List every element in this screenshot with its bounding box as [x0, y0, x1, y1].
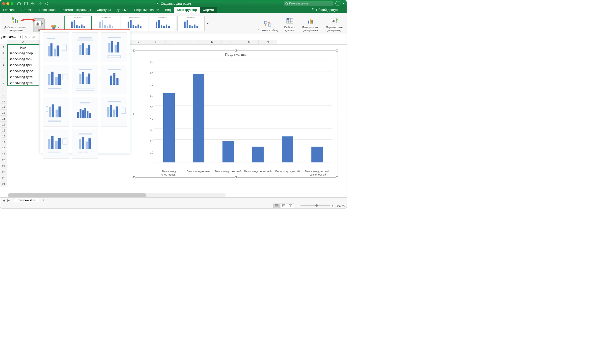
name-box[interactable]: Диаграм… ▲▼ — [0, 35, 23, 39]
row-23[interactable]: 23 — [0, 175, 7, 181]
col-J[interactable]: J — [184, 40, 203, 44]
zoom-out-icon[interactable]: − — [298, 204, 299, 207]
add-sheet-icon[interactable]: ＋ — [41, 198, 47, 202]
page-layout-view-icon[interactable] — [280, 204, 287, 208]
chart-style-1[interactable]: Продано, шт. — [64, 16, 92, 31]
sheet-nav-prev-icon[interactable]: ◀ — [2, 199, 6, 202]
cell-A4[interactable]: Велосипед трек — [7, 62, 39, 68]
layout-option-5[interactable] — [72, 65, 98, 94]
row-22[interactable]: 22 — [0, 169, 7, 175]
tab-formulas[interactable]: Формулы — [94, 7, 114, 13]
row-3[interactable]: 3 — [0, 56, 7, 62]
bar[interactable] — [252, 147, 264, 162]
scrollbar-thumb[interactable] — [8, 193, 146, 197]
add-chart-element-button[interactable]: + Добавить элемент диаграммы — [3, 16, 28, 32]
gallery-more-icon[interactable]: ▸ — [206, 22, 210, 25]
row-16[interactable]: 16 — [0, 133, 7, 139]
resize-handle[interactable] — [133, 50, 135, 52]
row-15[interactable]: 15 — [0, 128, 7, 133]
bar[interactable] — [193, 74, 204, 162]
tab-data[interactable]: Данные — [114, 7, 131, 13]
resize-handle[interactable] — [336, 113, 338, 115]
col-I[interactable]: I — [166, 40, 184, 44]
chart-title[interactable]: Продано, шт. — [134, 51, 337, 57]
resize-handle[interactable] — [133, 113, 135, 115]
layout-option-1[interactable] — [43, 32, 69, 62]
zoom-thumb[interactable] — [315, 204, 318, 207]
zoom-value[interactable]: 100 % — [337, 204, 345, 207]
row-5[interactable]: 5 — [0, 68, 7, 74]
tab-chart-design[interactable]: Конструктор — [174, 7, 200, 13]
layout-option-11[interactable] — [72, 129, 98, 159]
fx-icon[interactable]: fx — [32, 35, 35, 39]
embedded-chart[interactable]: Продано, шт. 0102030405060708090 Велосип… — [134, 50, 337, 178]
cell-A5[interactable]: Велосипед доро — [7, 68, 39, 74]
layout-option-7[interactable] — [43, 97, 69, 127]
cell-A6[interactable]: Велосипед детс — [7, 74, 39, 80]
close-window-icon[interactable] — [2, 2, 5, 5]
bar[interactable] — [163, 93, 175, 162]
layout-option-2[interactable] — [72, 32, 98, 62]
row-7[interactable]: 7 — [0, 80, 7, 86]
normal-view-icon[interactable] — [273, 204, 280, 208]
print-icon[interactable] — [45, 1, 49, 6]
row-9[interactable]: 9 — [0, 92, 7, 98]
chart-style-2[interactable]: ПРОДАНО, ШТ. — [93, 16, 120, 31]
row-11[interactable]: 11 — [0, 104, 7, 110]
plot-area[interactable]: 0102030405060708090 — [147, 60, 332, 162]
accept-formula-icon[interactable]: ✓ — [28, 35, 31, 39]
maximize-window-icon[interactable] — [11, 2, 13, 5]
tab-home[interactable]: Главная — [0, 7, 18, 13]
row-4[interactable]: 4 — [0, 62, 7, 68]
row-17[interactable]: 17 — [0, 139, 7, 145]
redo-icon[interactable] — [38, 1, 42, 6]
cancel-formula-icon[interactable]: ✕ — [25, 35, 27, 39]
row-20[interactable]: 20 — [0, 157, 7, 163]
feedback-icon[interactable] — [335, 1, 340, 6]
row-13[interactable]: 13 — [0, 116, 7, 122]
layout-option-3[interactable] — [101, 32, 127, 62]
row-10[interactable]: 10 — [0, 98, 7, 104]
chart-style-4[interactable]: Продано, шт. — [149, 16, 176, 31]
tab-draw[interactable]: Рисование — [36, 7, 58, 13]
switch-row-column-button[interactable]: Строка/столбец — [257, 19, 279, 32]
row-8[interactable]: 8 — [0, 86, 7, 92]
resize-handle[interactable] — [336, 50, 338, 52]
layout-option-9[interactable] — [101, 97, 127, 127]
row-19[interactable]: 19 — [0, 151, 7, 157]
resize-handle[interactable] — [336, 176, 338, 178]
save-icon[interactable] — [24, 1, 28, 6]
row-12[interactable]: 12 — [0, 110, 7, 116]
resize-handle[interactable] — [235, 176, 237, 178]
select-data-button[interactable]: Выбрать данные — [283, 16, 296, 32]
row-1[interactable]: 1 — [0, 44, 7, 50]
col-L[interactable]: L — [221, 40, 240, 44]
sheet-nav-next-icon[interactable]: ▶ — [6, 199, 11, 202]
zoom-track[interactable] — [301, 205, 330, 206]
chart-style-5[interactable]: Продано, шт. — [177, 16, 205, 31]
row-21[interactable]: 21 — [0, 163, 7, 169]
bar[interactable] — [311, 147, 323, 162]
col-G[interactable]: G — [129, 40, 147, 44]
col-K[interactable]: K — [203, 40, 221, 44]
bar[interactable] — [282, 136, 293, 162]
home-icon[interactable] — [17, 1, 21, 6]
tab-review[interactable]: Рецензирование — [131, 7, 162, 13]
tab-insert[interactable]: Вставка — [18, 7, 36, 13]
cell-A7[interactable]: Велосипед детс — [7, 80, 39, 86]
resize-handle[interactable] — [133, 176, 135, 178]
layout-option-6[interactable] — [101, 65, 127, 94]
search-input[interactable]: Поиск на листе — [284, 1, 333, 6]
zoom-in-icon[interactable]: + — [332, 204, 333, 207]
col-M[interactable]: M — [240, 40, 259, 44]
chart-style-3[interactable]: ПРОДАНО, ШТ. — [121, 16, 148, 31]
layout-option-10[interactable] — [43, 129, 69, 159]
layout-option-8[interactable] — [72, 97, 98, 127]
tab-view[interactable]: Вид — [162, 7, 174, 13]
row-24[interactable]: 24 — [0, 181, 7, 187]
tab-format[interactable]: Формат — [200, 7, 217, 13]
row-6[interactable]: 6 — [0, 74, 7, 80]
col-H[interactable]: H — [147, 40, 166, 44]
resize-handle[interactable] — [235, 50, 237, 52]
horizontal-scrollbar[interactable] — [8, 193, 226, 197]
